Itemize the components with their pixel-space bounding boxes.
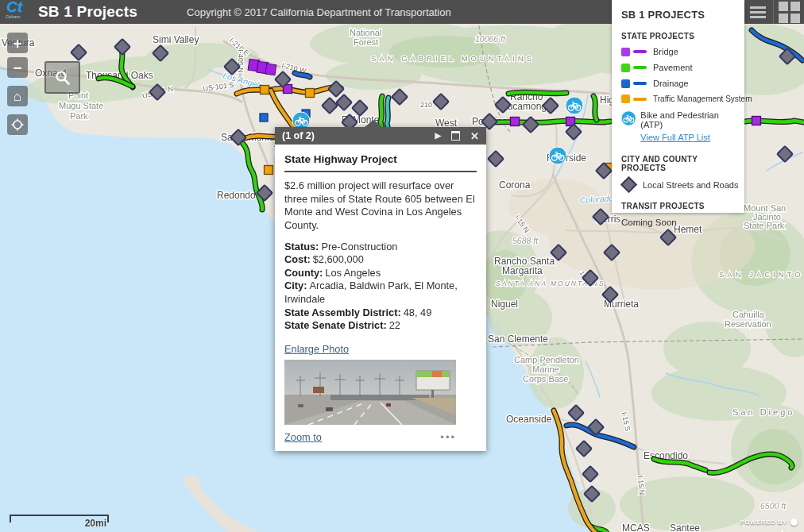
enlarge-photo-link[interactable]: Enlarge Photo	[284, 343, 349, 355]
popup-description: $2.6 million project will resurface over…	[284, 179, 477, 233]
maximize-icon[interactable]	[451, 131, 460, 141]
legend-transit-heading: TRANSIT PROJECTS	[621, 202, 735, 210]
zoom-out-button[interactable]: −	[7, 57, 28, 78]
field-cost: Cost:$2,600,000	[284, 253, 477, 267]
bridge-swatch-icon	[621, 48, 630, 56]
map-label-210: 210	[420, 101, 432, 109]
map-label-reservation: Reservation	[725, 319, 771, 329]
field-city: City:Arcadia, Baldwin Park, El Monte, Ir…	[284, 279, 477, 306]
map-label-marine: Marine	[532, 364, 559, 374]
legend-city-heading: CITY AND COUNTY PROJECTS	[621, 155, 735, 172]
legend-item-bridge: Bridge	[621, 47, 735, 56]
map-label-san-diego: San Diego	[732, 407, 794, 417]
tms-swatch-icon	[621, 94, 630, 103]
next-feature-icon[interactable]: ▶	[435, 132, 441, 140]
popup-pager: (1 of 2)	[282, 130, 424, 141]
map-label-forest: Forest	[354, 37, 378, 47]
close-icon[interactable]: ✕	[470, 131, 479, 141]
search-button[interactable]	[44, 61, 80, 94]
map-label-6500ft: 6500 ft	[760, 501, 787, 511]
map-label-simi-valley: Simi Valley	[153, 34, 199, 45]
bridge-marker[interactable]	[511, 118, 520, 126]
legend-item-pavement: Pavement	[621, 63, 735, 72]
legend-item-tms: Traffic Management System	[621, 94, 735, 103]
pavement-swatch-icon	[621, 64, 630, 72]
field-assembly-district: State Assembly District:48, 49	[284, 306, 477, 320]
header-actions	[746, 0, 804, 24]
legend-transit-status: Coming Soon	[621, 218, 735, 227]
tms-marker[interactable]	[306, 89, 315, 98]
map-label-state-park: State Park	[744, 221, 785, 230]
locate-icon	[11, 118, 24, 131]
scale-bar-label: 20mi	[85, 518, 106, 529]
legend-label-drainage: Drainage	[653, 79, 689, 88]
popup-header[interactable]: (1 of 2) ▶ ✕	[275, 127, 486, 145]
copyright-text: Copyright © 2017 California Department o…	[187, 6, 451, 18]
esri-attribution: POWERED BY esri	[740, 515, 798, 532]
powered-by-text: POWERED BY	[740, 519, 787, 526]
field-county: County:Los Angeles	[284, 267, 477, 280]
esri-globe-icon	[790, 519, 798, 526]
map-label-5688ft: 5688 ft	[512, 236, 539, 245]
map-label-margarita: Margarita	[502, 265, 543, 276]
map-label-camp-pendleton: Camp Pendleton	[514, 355, 579, 364]
drainage-line-icon	[633, 82, 647, 85]
caltrans-logo-text: Caltrans	[6, 14, 21, 19]
zoom-to-link[interactable]: Zoom to	[284, 431, 322, 443]
popup-title: State Highway Project	[284, 153, 477, 165]
feature-popup: (1 of 2) ▶ ✕ State Highway Project $2.6 …	[275, 127, 486, 451]
map-label-san-gabriel-mountains: SAN GABRIEL MOUNTAINS	[371, 54, 535, 63]
home-button[interactable]: ⌂	[7, 86, 28, 106]
legend-label-atp: Bike and Pedestrian (ATP)	[640, 110, 735, 129]
field-senate-district: State Senate District:22	[284, 319, 477, 333]
view-atp-list-link[interactable]: View Full ATP List	[640, 133, 709, 142]
bike-icon	[621, 110, 636, 126]
map-label-oceanside: Oceanside	[506, 414, 552, 425]
project-photo	[284, 360, 456, 425]
drainage-swatch-icon	[621, 79, 630, 88]
locate-button[interactable]	[7, 114, 28, 135]
bridge-marker[interactable]	[752, 117, 761, 125]
tms-line-icon	[633, 98, 647, 101]
drainage-marker[interactable]	[260, 114, 268, 121]
popup-title-rule	[284, 171, 477, 172]
map-label-park: Park	[70, 111, 88, 121]
page-title: SB 1 Projects	[38, 3, 137, 21]
legend-item-drainage: Drainage	[621, 79, 735, 88]
search-icon	[54, 69, 72, 87]
caltrans-logo-mark: Ct	[6, 0, 22, 16]
tms-marker[interactable]	[261, 86, 269, 94]
legend-title: SB 1 PROJECTS	[621, 9, 735, 21]
legend-label-bridge: Bridge	[653, 47, 678, 56]
map-label-mugu-state: Mugu State	[59, 101, 103, 110]
caltrans-logo: Ct Caltrans	[5, 1, 32, 23]
map-label-national: National	[350, 28, 381, 37]
pavement-line-icon	[633, 66, 647, 69]
map-label-mcas: MCAS	[622, 522, 650, 532]
map-label-10066ft: 10066 ft	[475, 34, 506, 44]
map-label-cahuilla: Cahuilla	[732, 310, 765, 319]
map-label-corona: Corona	[499, 179, 531, 191]
legend-item-atp: Bike and Pedestrian (ATP) View Full ATP …	[621, 110, 735, 144]
more-options-icon[interactable]: •••	[440, 431, 456, 443]
field-status: Status:Pre-Construction	[284, 241, 477, 254]
app-window: Ventura Oxnard Simi Valley Thousand Oaks…	[0, 0, 804, 532]
scale-bar: 20mi	[10, 515, 109, 522]
map-label-san-jacinto-range: SAN JACINTO	[719, 270, 804, 279]
popup-body: State Highway Project $2.6 million proje…	[275, 145, 486, 451]
map-label-corps-base: Corps Base	[523, 374, 568, 384]
apps-grid-icon[interactable]	[774, 0, 804, 24]
popup-footer: Zoom to •••	[284, 431, 477, 443]
menu-icon[interactable]	[746, 0, 770, 24]
zoom-in-button[interactable]: +	[7, 33, 28, 53]
tms-marker[interactable]	[265, 166, 273, 175]
esri-logo: esri	[740, 527, 798, 532]
map-label-niguel: Niguel	[491, 299, 518, 310]
map-label-santee: Santee	[670, 522, 700, 532]
legend-item-local-streets: Local Streets and Roads	[621, 179, 735, 191]
legend-label-tms: Traffic Management System	[653, 94, 752, 103]
legend-state-heading: STATE PROJECTS	[621, 32, 735, 40]
atp-route[interactable]	[387, 98, 388, 130]
legend-label-pavement: Pavement	[653, 63, 693, 72]
popup-fields: Status:Pre-Construction Cost:$2,600,000 …	[284, 241, 477, 333]
